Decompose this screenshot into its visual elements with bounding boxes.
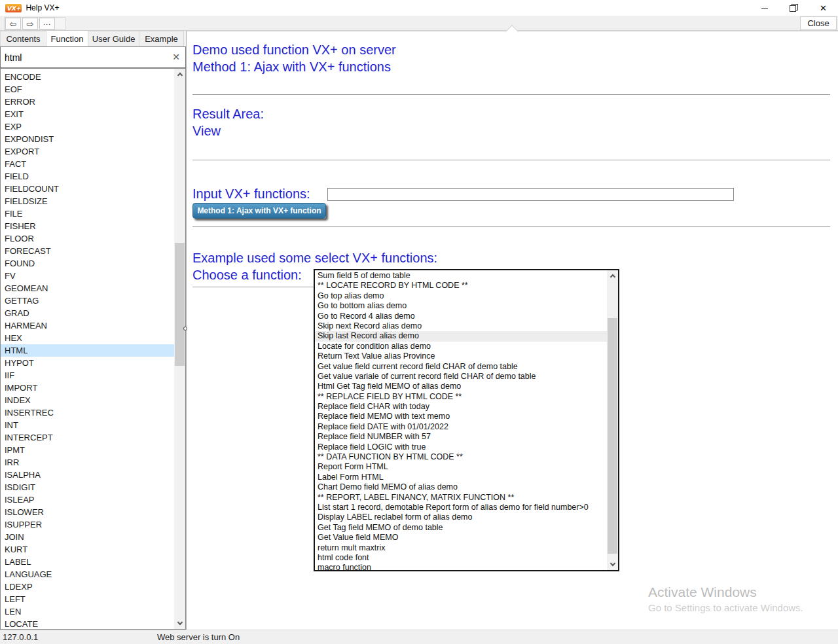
function-option[interactable]: Sum field 5 of demo table (315, 271, 607, 281)
function-option[interactable]: html code font (315, 553, 607, 563)
function-option[interactable]: Get Value field MEMO (315, 533, 607, 543)
function-list-item[interactable]: FIELDSIZE (1, 195, 175, 207)
function-list-item[interactable]: EOF (1, 83, 175, 96)
function-option[interactable]: return mult maxtrix (315, 543, 607, 553)
function-option[interactable]: Get Tag field MEMO of demo table (315, 523, 607, 533)
function-list-item[interactable]: INDEX (1, 394, 175, 406)
scroll-down-icon[interactable] (174, 618, 185, 629)
function-option[interactable]: List start 1 record, demotable Report fo… (315, 503, 607, 512)
function-list-item[interactable]: LEN (1, 605, 175, 618)
scroll-down-icon[interactable] (607, 559, 618, 570)
function-list-item[interactable]: JOIN (1, 531, 175, 543)
function-option[interactable]: Label Form HTML (315, 473, 607, 482)
function-list-item[interactable]: GRAD (1, 307, 175, 319)
function-option[interactable]: Replace field CHAR with today (315, 402, 607, 412)
tab[interactable]: Function (46, 30, 88, 46)
close-help-button[interactable]: Close (800, 16, 837, 30)
minimize-button[interactable] (750, 0, 779, 16)
function-list-item[interactable]: FLOOR (1, 232, 175, 245)
function-option[interactable]: Replace field MEMO with text memo (315, 412, 607, 421)
function-list-item[interactable]: ISALPHA (1, 469, 175, 481)
function-option[interactable]: Replace field NUMBER with 57 (315, 432, 607, 442)
function-list-item[interactable]: ISDIGIT (1, 481, 175, 493)
close-window-button[interactable]: ✕ (809, 0, 838, 16)
function-list-item[interactable]: HTML (1, 344, 175, 357)
scroll-up-icon[interactable] (174, 69, 185, 80)
function-list-item[interactable]: INSERTREC (1, 406, 175, 419)
function-option[interactable]: Chart Demo field MEMO of alias demo (315, 482, 607, 492)
function-list-item[interactable]: EXPONDIST (1, 133, 175, 145)
function-option[interactable]: Get value variale of current record fiel… (315, 372, 607, 382)
function-list-item[interactable]: EXP (1, 120, 175, 133)
function-list-item[interactable]: HYPOT (1, 357, 175, 369)
function-option[interactable]: Return Text Value alias Province (315, 351, 607, 361)
restore-button[interactable] (779, 0, 809, 16)
function-list-item[interactable]: FACT (1, 158, 175, 170)
function-option[interactable]: Display LABEL reclabel form of alias dem… (315, 512, 607, 522)
function-list-item[interactable]: FV (1, 270, 175, 282)
function-list-item[interactable]: FORECAST (1, 245, 175, 257)
function-list-item[interactable]: FISHER (1, 220, 175, 232)
function-list-item[interactable]: KURT (1, 543, 175, 556)
listbox-scrollbar[interactable] (607, 270, 618, 570)
function-list-item[interactable]: GETTAG (1, 295, 175, 307)
function-option[interactable]: Go top alias demo (315, 291, 607, 301)
function-list-item[interactable]: HEX (1, 332, 175, 344)
tab[interactable]: User Guide (88, 31, 139, 46)
function-list-item[interactable]: LEFT (1, 593, 175, 605)
function-list-item[interactable]: GEOMEAN (1, 282, 175, 295)
function-list-item[interactable]: ENCODE (1, 71, 175, 83)
more-button[interactable]: ... (39, 18, 55, 29)
function-list-item[interactable]: IIF (1, 369, 175, 382)
function-list-item[interactable]: IMPORT (1, 382, 175, 394)
back-button[interactable]: ⇦ (5, 18, 21, 29)
function-list-item[interactable]: LABEL (1, 556, 175, 568)
function-option[interactable]: Replace field DATE with 01/01/2022 (315, 422, 607, 432)
function-list-item[interactable]: ISUPPER (1, 518, 175, 531)
function-list-scrollbar[interactable] (174, 69, 185, 629)
function-list-item[interactable]: IRR (1, 456, 175, 469)
function-list-item[interactable]: FIELDCOUNT (1, 183, 175, 195)
function-option[interactable]: ** REPORT, LABEL FINANCY, MATRIX FUNCTIO… (315, 493, 607, 503)
function-list-item[interactable]: HARMEAN (1, 319, 175, 332)
function-list-item[interactable]: LANGUAGE (1, 568, 175, 581)
view-link[interactable]: View (192, 122, 264, 139)
scrollbar-thumb[interactable] (608, 318, 617, 554)
tab[interactable]: Example (139, 31, 184, 46)
function-option[interactable]: ** LOCATE RECORD BY HTML CODE ** (315, 281, 607, 291)
function-option[interactable]: ** DATA FUNCTION BY HTML CODE ** (315, 452, 607, 462)
function-option[interactable]: Skip next Record alias demo (315, 321, 607, 331)
function-list-item[interactable]: IPMT (1, 444, 175, 456)
function-option[interactable]: Get value field current record field CHA… (315, 362, 607, 372)
function-option[interactable]: ** REPLACE FIELD BY HTML CODE ** (315, 392, 607, 402)
function-option[interactable]: Go to bottom alias demo (315, 301, 607, 311)
search-input[interactable] (5, 51, 162, 64)
method1-ajax-button[interactable]: Method 1: Ajax with VX+ function (192, 203, 326, 219)
function-list-item[interactable]: EXPORT (1, 145, 175, 158)
tab[interactable]: Contents (0, 31, 46, 46)
search-clear-icon[interactable]: ✕ (172, 52, 180, 62)
scroll-up-icon[interactable] (607, 270, 618, 281)
function-list-item[interactable]: INTERCEPT (1, 431, 175, 444)
function-list-item[interactable]: ISLOWER (1, 506, 175, 518)
function-list-item[interactable]: INT (1, 419, 175, 431)
vx-functions-input[interactable] (327, 188, 734, 201)
function-list-item[interactable]: EXIT (1, 108, 175, 120)
function-list-item[interactable]: FOUND (1, 257, 175, 270)
function-option[interactable]: Skip last Record alias demo (315, 331, 607, 341)
function-option[interactable]: Html Get Tag field MEMO of alias demo (315, 382, 607, 391)
function-list-item[interactable]: ERROR (1, 96, 175, 108)
function-list-item[interactable]: LDEXP (1, 581, 175, 593)
function-list-item[interactable]: FIELD (1, 170, 175, 183)
function-list-item[interactable]: FILE (1, 207, 175, 220)
function-list-item[interactable]: ISLEAP (1, 493, 175, 506)
function-option[interactable]: macro function (315, 563, 607, 571)
forward-button[interactable]: ⇨ (22, 18, 38, 29)
function-option[interactable]: Report Form HTML (315, 462, 607, 472)
function-list-item[interactable]: LOCATE (1, 618, 175, 630)
scrollbar-thumb[interactable] (175, 243, 185, 366)
function-option[interactable]: Go to Record 4 alias demo (315, 312, 607, 321)
function-option[interactable]: Replace field LOGIC with true (315, 442, 607, 452)
splitter-handle[interactable] (183, 327, 187, 331)
function-option[interactable]: Locate for condition alias demo (315, 342, 607, 351)
